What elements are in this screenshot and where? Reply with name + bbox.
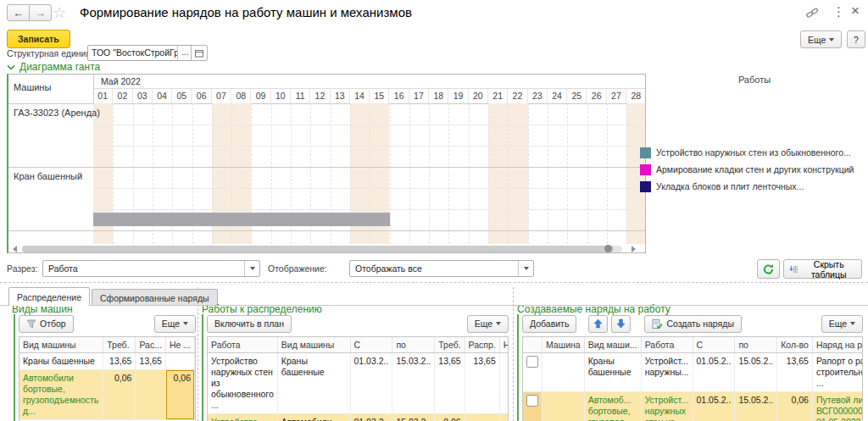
column-header[interactable]: Работа (641, 337, 693, 353)
chevron-down-icon[interactable] (244, 261, 259, 276)
table-cell[interactable]: 15.05.2.. (735, 353, 777, 392)
table-cell[interactable]: Краны башенные (584, 353, 641, 392)
table-row[interactable]: Устройство наружных стен из обыкновенног… (208, 353, 509, 414)
table-cell[interactable]: Устройство наружных стен из обыкновенног… (208, 353, 277, 414)
refresh-button[interactable] (757, 259, 780, 279)
more-button-top[interactable]: Еще (800, 30, 842, 48)
move-down-button[interactable] (611, 315, 631, 333)
back-button[interactable]: ← (7, 4, 30, 21)
hide-tables-button[interactable]: Скрыть таблицы (783, 259, 862, 279)
structural-unit-value[interactable]: ТОО "ВостокСтройГрад (88, 46, 177, 60)
column-header[interactable]: Машина (542, 337, 585, 353)
table-row[interactable]: Краны башенныеУстройст... наружны...01.0… (523, 353, 863, 392)
more-button-orders[interactable]: Еще (821, 315, 863, 333)
table-cell[interactable] (542, 353, 585, 392)
gantt-scroll-left-icon[interactable] (13, 246, 17, 252)
table-cell[interactable]: 13,65 (136, 353, 166, 370)
chevron-down-icon[interactable] (518, 261, 533, 276)
table-cell[interactable]: 15.03.2.. (392, 414, 435, 421)
table-cell[interactable]: Устройст... наружны... (641, 353, 693, 392)
gantt-scroll-right-icon[interactable] (632, 246, 636, 252)
help-button[interactable]: ? (847, 30, 865, 48)
gantt-section-header[interactable]: Диаграмма ганта (7, 61, 100, 73)
column-header[interactable]: Вид маши... (584, 337, 641, 353)
menu-dots-icon[interactable]: ⋮ (832, 4, 845, 19)
column-header[interactable]: Треб. (435, 337, 465, 353)
table-cell[interactable]: 0,06 (103, 370, 136, 420)
horizontal-splitter[interactable] (0, 282, 868, 283)
vertical-splitter-2[interactable] (513, 287, 514, 421)
table-cell[interactable]: 15.03.2.. (392, 353, 435, 414)
table-cell[interactable] (465, 414, 499, 421)
tab-сформированные-наряды[interactable]: Сформированные наряды (92, 289, 218, 306)
filter-button[interactable]: Отбор (19, 315, 74, 333)
table-cell[interactable] (136, 370, 166, 420)
column-header[interactable]: Треб. (103, 337, 136, 353)
vertical-splitter-1[interactable] (198, 287, 198, 421)
column-header[interactable] (523, 337, 542, 353)
table-cell[interactable]: 01.03.2.. (350, 414, 392, 421)
table-cell[interactable]: 01.05.2.. (693, 392, 735, 421)
more-button-works[interactable]: Еще (467, 315, 509, 333)
table-cell[interactable]: 15.05.2.. (735, 392, 777, 421)
table-cell[interactable]: 0,06 (165, 370, 194, 420)
gantt-hscrollbar-thumb-end[interactable] (604, 245, 612, 252)
move-up-button[interactable] (588, 315, 608, 333)
column-header[interactable]: Наряд на работу (812, 337, 863, 353)
table-cell[interactable] (165, 353, 194, 370)
table-cell[interactable]: Устройство наружных стен из обыкновенног… (208, 414, 277, 421)
column-header[interactable]: Вид машины (19, 337, 103, 353)
table-cell[interactable] (542, 392, 585, 421)
table-cell[interactable]: 13,65 (103, 353, 136, 370)
create-orders-button[interactable]: Создать наряды (644, 315, 742, 333)
close-icon[interactable]: × (851, 3, 860, 19)
column-header[interactable]: Рас... (136, 337, 166, 353)
checkbox-cell[interactable] (523, 392, 542, 421)
column-header[interactable]: Распр. (465, 337, 499, 353)
column-header[interactable]: Не ... (165, 337, 194, 353)
row-checkbox[interactable] (526, 395, 538, 407)
table-cell[interactable]: 13,65 (465, 353, 499, 414)
table-row[interactable]: Автомоб... бортовые, грузопод...Устройст… (523, 392, 863, 421)
table-cell[interactable]: Краны башенные (19, 353, 103, 370)
row-checkbox[interactable] (526, 356, 538, 368)
gantt-bar[interactable] (93, 213, 390, 226)
open-icon[interactable] (191, 45, 208, 61)
column-header[interactable]: Не распр. (499, 337, 509, 353)
forward-button[interactable]: → (29, 4, 52, 21)
table-cell[interactable]: 01.05.2.. (693, 353, 735, 392)
include-in-plan-button[interactable]: Включить в план (207, 315, 292, 333)
table-cell[interactable]: Краны башенные (277, 353, 350, 414)
column-header[interactable]: по (735, 337, 777, 353)
table-cell[interactable]: 0,06 (777, 392, 813, 421)
column-header[interactable]: Вид машины (277, 337, 350, 353)
razrez-select[interactable]: Работа (42, 260, 260, 277)
table-cell[interactable]: 13,65 (777, 353, 813, 392)
checkbox-cell[interactable] (523, 353, 542, 392)
display-select[interactable]: Отображать все (349, 260, 534, 277)
column-header[interactable]: по (392, 337, 435, 353)
table-cell[interactable]: Путевой лист ВСГ00000004 от 01.05.2022 0… (812, 392, 863, 421)
table-row[interactable]: Устройство наружных стен из обыкновенног… (208, 414, 509, 421)
column-header[interactable]: С (350, 337, 392, 353)
gantt-hscrollbar-thumb[interactable] (22, 246, 614, 252)
tab-active-распределение[interactable]: Распределение (8, 287, 90, 306)
add-button[interactable]: Добавить (522, 315, 576, 333)
table-row[interactable]: Автомобили бортовые, грузоподъемность д.… (19, 370, 195, 420)
link-icon[interactable] (805, 6, 819, 23)
column-header[interactable]: Кол-во (777, 337, 813, 353)
more-button-machine-types[interactable]: Еще (154, 315, 196, 333)
table-cell[interactable]: Автомоб... бортовые, грузопод... (584, 392, 641, 421)
table-row[interactable]: Краны башенные13,6513,65 (19, 353, 195, 370)
table-cell[interactable]: Автомобили бортовые, грузоподъемность д.… (19, 370, 103, 420)
table-cell[interactable] (499, 353, 509, 414)
table-cell[interactable]: 0,06 (435, 414, 465, 421)
favorite-star-icon[interactable]: ☆ (53, 3, 66, 22)
column-header[interactable]: Работа (208, 337, 277, 353)
table-cell[interactable]: Устройст... наружных стен из ... (641, 392, 693, 421)
table-cell[interactable]: 13,65 (435, 353, 465, 414)
table-cell[interactable]: 0,06 (499, 414, 509, 421)
save-button[interactable]: Записать (7, 30, 70, 48)
table-cell[interactable]: 01.03.2.. (350, 353, 392, 414)
table-cell[interactable]: Автомобили бортовые, грузоподъемн... (277, 414, 350, 421)
